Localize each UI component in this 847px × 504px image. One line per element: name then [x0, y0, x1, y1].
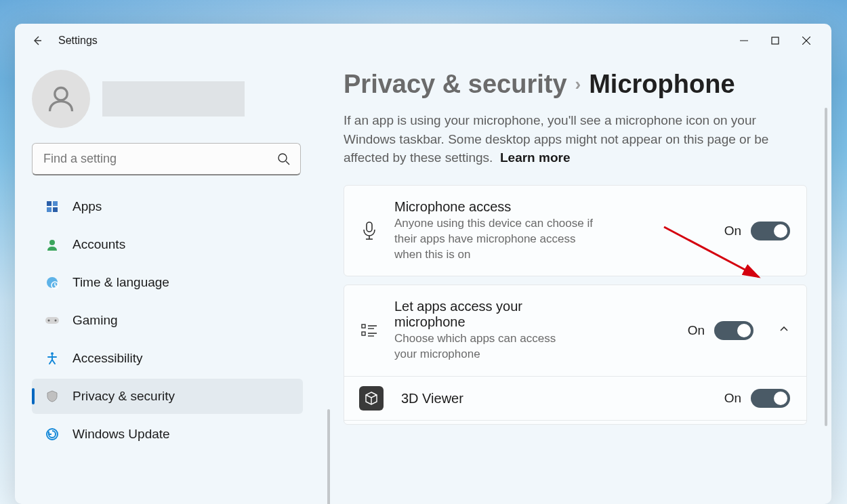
accessibility-icon	[44, 350, 60, 366]
svg-point-15	[48, 320, 50, 322]
user-name	[102, 81, 245, 117]
close-button[interactable]	[791, 28, 822, 54]
arrow-left-icon	[30, 34, 44, 47]
app-row-3d-viewer: 3D Viewer On	[344, 376, 806, 420]
app-name: 3D Viewer	[401, 391, 707, 406]
window-controls	[728, 28, 822, 54]
search-icon	[277, 152, 291, 169]
avatar	[32, 70, 90, 128]
sidebar-item-label: Accessibility	[73, 351, 142, 366]
titlebar: Settings	[15, 24, 831, 58]
nav-list: Apps Accounts Time & language Gaming Acc…	[32, 189, 315, 452]
sidebar-item-label: Accounts	[73, 237, 125, 252]
page-title: Microphone	[589, 70, 735, 99]
svg-point-16	[55, 320, 57, 322]
globe-icon	[44, 274, 60, 291]
sidebar-item-accessibility[interactable]: Accessibility	[32, 341, 303, 376]
user-profile[interactable]	[32, 70, 315, 128]
svg-point-5	[278, 154, 287, 162]
minimize-button[interactable]	[728, 28, 760, 54]
apps-icon	[44, 198, 60, 215]
cube-icon	[364, 391, 379, 406]
microphone-icon	[359, 221, 379, 241]
app-icon-3d-viewer	[359, 386, 384, 411]
card-title: Microphone access	[394, 199, 709, 215]
svg-rect-7	[47, 201, 51, 206]
settings-window: Settings	[15, 24, 831, 504]
close-icon	[802, 37, 810, 45]
shield-icon	[44, 388, 60, 404]
svg-rect-23	[362, 332, 365, 335]
svg-point-4	[55, 88, 67, 100]
list-icon	[359, 322, 379, 339]
sidebar-item-privacy-security[interactable]: Privacy & security	[32, 379, 303, 414]
gamepad-icon	[44, 312, 60, 329]
main-content: Privacy & security › Microphone If an ap…	[330, 58, 831, 504]
sidebar-item-label: Windows Update	[73, 427, 170, 442]
chevron-right-icon: ›	[575, 74, 581, 95]
maximize-icon	[771, 37, 779, 45]
card-title: Let apps access your microphone	[394, 299, 543, 330]
svg-rect-22	[362, 324, 365, 328]
sidebar-item-gaming[interactable]: Gaming	[32, 303, 303, 338]
sidebar-item-label: Gaming	[73, 313, 118, 328]
breadcrumb-parent[interactable]: Privacy & security	[344, 70, 567, 99]
sidebar-item-windows-update[interactable]: Windows Update	[32, 417, 303, 452]
svg-rect-1	[772, 37, 779, 44]
toggle-state-label: On	[688, 323, 705, 338]
svg-point-11	[49, 240, 55, 245]
search-input[interactable]	[32, 143, 301, 175]
svg-rect-8	[53, 201, 58, 206]
card-subtitle: Choose which apps can access your microp…	[394, 331, 571, 362]
update-icon	[44, 426, 60, 442]
learn-more-link[interactable]: Learn more	[500, 150, 570, 165]
toggle-state-label: On	[724, 391, 741, 406]
let-apps-access-toggle[interactable]	[714, 321, 753, 340]
sidebar-item-time-language[interactable]: Time & language	[32, 265, 303, 300]
page-description: If an app is using your microphone, you'…	[344, 111, 804, 167]
collapse-button[interactable]	[778, 323, 790, 338]
sidebar-item-label: Privacy & security	[73, 389, 175, 404]
svg-rect-19	[367, 222, 372, 232]
svg-rect-10	[53, 207, 58, 212]
breadcrumb: Privacy & security › Microphone	[344, 70, 831, 99]
svg-rect-14	[45, 317, 59, 324]
svg-line-6	[286, 161, 289, 165]
microphone-access-toggle[interactable]	[751, 222, 790, 240]
toggle-state-label: On	[724, 224, 741, 238]
minimize-icon	[740, 37, 748, 45]
card-subtitle: Anyone using this device can choose if t…	[394, 216, 604, 263]
sidebar-item-label: Apps	[73, 199, 102, 214]
sidebar-item-accounts[interactable]: Accounts	[32, 227, 303, 262]
svg-point-17	[51, 352, 54, 355]
chevron-up-icon	[778, 323, 790, 335]
card-microphone-access: Microphone access Anyone using this devi…	[344, 185, 807, 277]
sidebar-item-apps[interactable]: Apps	[32, 189, 303, 224]
back-button[interactable]	[24, 28, 50, 54]
maximize-button[interactable]	[760, 28, 791, 54]
person-icon	[46, 84, 76, 114]
sidebar-item-label: Time & language	[73, 275, 169, 290]
person-icon	[44, 236, 60, 253]
app-title: Settings	[58, 35, 98, 47]
main-scrollbar[interactable]	[825, 108, 827, 426]
card-let-apps-access: Let apps access your microphone Choose w…	[344, 285, 807, 425]
app-3d-viewer-toggle[interactable]	[751, 389, 790, 408]
svg-rect-9	[47, 207, 51, 212]
sidebar: Apps Accounts Time & language Gaming Acc…	[15, 58, 330, 504]
